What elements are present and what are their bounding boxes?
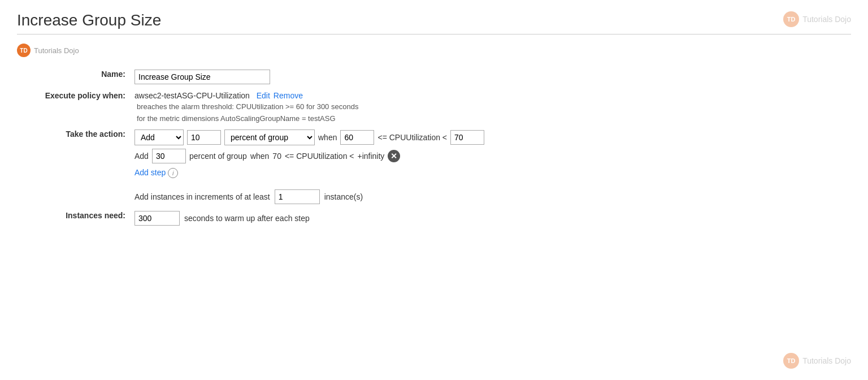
brand-name-small: Tutorials Dojo: [34, 46, 79, 55]
increment-row: Add instances in increments of at least …: [134, 189, 847, 204]
warmup-suffix: seconds to warm up after each step: [184, 214, 310, 223]
execute-row: Execute policy when: awsec2-testASG-CPU-…: [17, 88, 851, 126]
step1-when-label: when: [318, 133, 337, 142]
edit-button[interactable]: Edit: [257, 91, 270, 100]
instances-label: Instances need:: [17, 208, 130, 229]
info-icon: i: [168, 168, 178, 178]
step1-type-select[interactable]: percent of group instances set to exactl…: [224, 129, 315, 145]
watermark-bottom-right: TD Tutorials Dojo: [783, 353, 851, 369]
action-row-container: Take the action: Add Remove percent of g…: [17, 126, 851, 208]
add-step-button[interactable]: Add step: [134, 168, 166, 177]
step2-action-text: Add: [134, 152, 149, 161]
step2-when-label: when: [250, 152, 269, 161]
title-divider: [17, 34, 851, 34]
alarm-name: awsec2-testASG-CPU-Utilization: [134, 91, 250, 100]
watermark-logo-top: TD: [783, 11, 799, 27]
increment-value-input[interactable]: [275, 189, 320, 204]
step2-type-text: percent of group: [189, 152, 247, 161]
action-value-cell: Add Remove percent of group instances se…: [130, 126, 851, 208]
step1-upper-value[interactable]: [450, 130, 484, 145]
remove-step2-button[interactable]: ✕: [388, 150, 400, 162]
step2-when-value: 70: [272, 152, 281, 161]
step2-upper: +infinity: [358, 152, 385, 161]
execute-value-cell: awsec2-testASG-CPU-Utilization Edit Remo…: [130, 88, 851, 126]
watermark-text-bottom: Tutorials Dojo: [802, 356, 851, 365]
brand-logo-small: TD: [17, 44, 31, 57]
action-label: Take the action:: [17, 126, 130, 208]
alarm-detail-1: breaches the alarm threshold: CPUUtiliza…: [134, 102, 847, 111]
instances-row: Instances need: seconds to warm up after…: [17, 208, 851, 229]
name-row: Name:: [17, 66, 851, 88]
execute-label: Execute policy when:: [17, 88, 130, 126]
watermark-text-top: Tutorials Dojo: [802, 15, 851, 24]
increment-suffix: instance(s): [324, 192, 363, 201]
step2-row: Add percent of group when 70 <= CPUUtili…: [134, 149, 847, 163]
brand-header: TD Tutorials Dojo: [17, 44, 851, 57]
main-container: TD Tutorials Dojo TD Tutorials Dojo Incr…: [0, 0, 868, 380]
add-step-container: Add step i: [134, 168, 847, 184]
step2-value-input[interactable]: [152, 149, 186, 163]
step2-operator: <= CPUUtilization <: [285, 152, 354, 161]
action-type-select[interactable]: Add Remove: [134, 129, 184, 145]
step1-value-input[interactable]: [187, 130, 221, 145]
edit-remove-group: Edit Remove: [257, 91, 303, 100]
step1-row: Add Remove percent of group instances se…: [134, 129, 847, 145]
alarm-detail-2: for the metric dimensions AutoScalingGro…: [134, 114, 847, 123]
instances-value-cell: seconds to warm up after each step: [130, 208, 851, 229]
watermark-top-right: TD Tutorials Dojo: [783, 11, 851, 27]
add-step-label: Add step: [134, 168, 166, 177]
step1-operator: <= CPUUtilization <: [377, 133, 447, 142]
warmup-row: seconds to warm up after each step: [134, 211, 847, 226]
name-input[interactable]: [134, 70, 270, 84]
alarm-name-row: awsec2-testASG-CPU-Utilization Edit Remo…: [134, 91, 847, 100]
increment-label: Add instances in increments of at least: [134, 192, 270, 201]
form-table: Name: Execute policy when: awsec2-testAS…: [17, 66, 851, 229]
page-title: Increase Group Size: [17, 11, 851, 29]
warmup-value-input[interactable]: [134, 211, 180, 226]
watermark-logo-bottom: TD: [783, 353, 799, 369]
name-value-cell: [130, 66, 851, 88]
name-label: Name:: [17, 66, 130, 88]
remove-alarm-button[interactable]: Remove: [274, 91, 303, 100]
step1-when-value[interactable]: [340, 130, 374, 145]
